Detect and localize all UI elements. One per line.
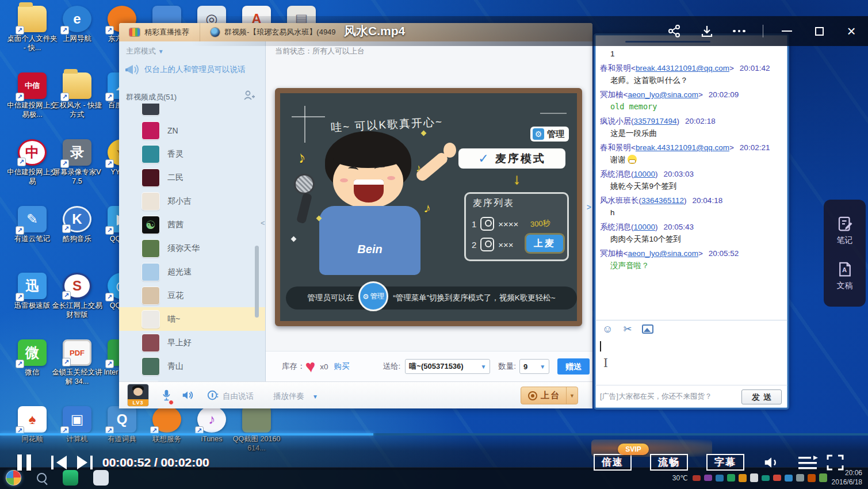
desktop-icon-changjiang-trade[interactable]: S↗金长江网上交易财智版 [52, 273, 102, 319]
add-member-icon[interactable] [243, 90, 255, 101]
search-icon[interactable] [36, 472, 48, 484]
collapse-sidebar-arrow[interactable]: < [261, 219, 265, 227]
desktop-icon-wechat[interactable]: 微↗微信 [7, 339, 58, 377]
webcam-app-icon[interactable] [93, 470, 109, 486]
desktop-icon-youdao-note[interactable]: ✎↗有道云笔记 [7, 206, 58, 244]
tray-icon-10[interactable] [808, 474, 816, 482]
chat-contact-link[interactable]: aeon_lyo@sina.com [628, 249, 698, 258]
accompaniment-dropdown[interactable]: 播放伴奏 [273, 391, 304, 402]
tray-icon-0[interactable] [693, 475, 701, 481]
microphone-muted-icon[interactable] [160, 389, 172, 404]
fullscreen-icon[interactable] [826, 454, 844, 471]
member-row[interactable]: 喵~ [119, 307, 266, 331]
scissors-icon[interactable]: ✂ [623, 324, 632, 334]
stage-dropdown-arrow[interactable]: ▼ [566, 387, 578, 404]
send-to-select[interactable]: 喵~(505371536)▼ [405, 359, 490, 374]
desktop-icon-citic-trade-ultimate[interactable]: 中信↗中信建投网上交易极... [7, 72, 58, 119]
member-avatar [142, 122, 159, 139]
member-row[interactable]: 早上好 [119, 331, 266, 354]
chat-timestamp: 20:02:18 [685, 117, 716, 125]
chat-contact-link[interactable]: 3357917494 [634, 117, 677, 125]
member-avatar [142, 263, 159, 281]
tray-icon-5[interactable] [750, 473, 758, 482]
chair-mode-dropdown[interactable]: 主席模式 ▼ [126, 46, 164, 56]
wechat-icon: 微↗ [18, 339, 47, 366]
member-row[interactable]: 超光速 [119, 260, 266, 284]
transcript-button[interactable]: A 文稿 [836, 261, 854, 291]
pause-button[interactable] [17, 454, 31, 471]
chat-contact-link[interactable]: 10000 [634, 223, 656, 231]
speaker-icon[interactable] [181, 389, 194, 404]
member-row[interactable]: 青山 [119, 354, 266, 378]
tray-icon-3[interactable] [727, 474, 735, 482]
desktop-icon-xunlei[interactable]: 迅↗迅雷极速版 [7, 273, 58, 311]
notes-button[interactable]: 笔记 [836, 215, 854, 246]
ad-text[interactable]: [广告]大家都在买，你还不来囤货？ [595, 392, 712, 402]
chat-contact-link[interactable]: break.443121091@qq.com [636, 143, 729, 152]
tray-icon-6[interactable] [762, 475, 770, 481]
screen-recorder-icon: 录↗ [63, 139, 91, 166]
go-on-stage-button[interactable]: 上台 ▼ [521, 387, 578, 404]
send-button[interactable]: 发送 [741, 389, 782, 404]
volume-icon[interactable] [762, 454, 781, 471]
emoji-icon[interactable]: ☺ [602, 324, 613, 334]
minimize-icon[interactable] [778, 22, 796, 40]
qq-group-video-window: 精彩直播推荐 群视频-【琅琊玄易风水班】(4949 主席模式 ▼ 仅台上的人和管… [119, 23, 592, 408]
start-button[interactable] [6, 470, 21, 486]
chat-contact-link[interactable]: 3364365112 [641, 196, 684, 205]
next-button[interactable] [75, 454, 94, 471]
my-avatar[interactable]: LV3 [128, 384, 148, 406]
member-row[interactable]: 须弥天华 [119, 236, 266, 260]
desktop-icon-citic-trade[interactable]: 中↗中信建投网上交易 [7, 139, 58, 186]
pdf-lecture-icon: PDF↗ [63, 339, 91, 366]
desktop-icon-screen-recorder[interactable]: 录↗屏幕录像专家V7.5 [52, 139, 102, 186]
close-icon[interactable]: × [843, 22, 860, 40]
member-avatar: ☯ [142, 216, 159, 234]
chat-contact-link[interactable]: aeon_lyo@sina.com [628, 90, 698, 99]
tray-icon-11[interactable] [819, 473, 827, 482]
shortcut-arrow-icon: ↗ [16, 93, 24, 101]
tray-icon-2[interactable] [716, 475, 724, 482]
person-icon [528, 391, 537, 400]
member-list-scrollbar[interactable] [255, 246, 259, 318]
image-icon[interactable] [642, 324, 653, 334]
give-gift-button[interactable]: 赠送 [557, 358, 590, 375]
member-row[interactable]: 香灵 [119, 142, 266, 166]
desktop-icon-kugou-music[interactable]: K↗酷狗音乐 [52, 206, 102, 244]
member-row[interactable]: ☯茜茜 [119, 213, 266, 236]
member-row[interactable]: ZN [119, 119, 266, 142]
expand-chat-arrow[interactable]: > [587, 203, 591, 212]
tray-icon-7[interactable] [773, 475, 781, 481]
desktop-icon-label: 中信建投网上交易极... [7, 101, 58, 119]
more-icon[interactable] [731, 22, 748, 40]
player-button-流畅[interactable]: 流畅 [650, 454, 688, 471]
tray-icon-8[interactable] [785, 475, 793, 482]
tray-icon-4[interactable] [739, 474, 747, 482]
previous-button[interactable] [49, 454, 69, 471]
free-talk-icon[interactable] [207, 389, 219, 404]
member-row[interactable]: 郑小吉 [119, 189, 266, 213]
download-icon[interactable] [698, 22, 716, 40]
quantity-select[interactable]: 9▼ [519, 359, 549, 374]
desktop-icon-pdf-lecture[interactable]: PDF↗金锁玉关经文讲解 34... [52, 339, 102, 386]
member-row[interactable]: 豆花 [119, 284, 266, 307]
buy-link[interactable]: 购买 [334, 361, 350, 372]
desktop-icon-fengshui-folder[interactable]: ↗三权风水 - 快捷方式 [52, 72, 102, 119]
separator [763, 25, 763, 37]
chat-contact-link[interactable]: 10000 [634, 170, 656, 178]
desktop-icon-label: 三权风水 - 快捷方式 [52, 101, 102, 119]
member-row[interactable] [119, 104, 266, 119]
chevron-down-icon[interactable]: ▼ [312, 394, 318, 400]
media-player-icon[interactable] [63, 470, 78, 486]
chat-input[interactable] [595, 337, 787, 385]
tray-icon-9[interactable] [796, 474, 804, 482]
member-row[interactable]: 二民 [119, 166, 266, 189]
playlist-icon[interactable] [797, 455, 818, 471]
maximize-icon[interactable] [810, 22, 828, 40]
player-button-倍速[interactable]: 倍速 [594, 454, 632, 471]
taskbar-clock[interactable]: 20:06 2016/6/18 [832, 469, 866, 487]
share-icon[interactable] [666, 22, 683, 40]
player-button-字幕[interactable]: 字幕 [706, 454, 744, 471]
chat-contact-link[interactable]: break.443121091@qq.com [636, 64, 729, 72]
tray-icon-1[interactable] [704, 475, 712, 481]
